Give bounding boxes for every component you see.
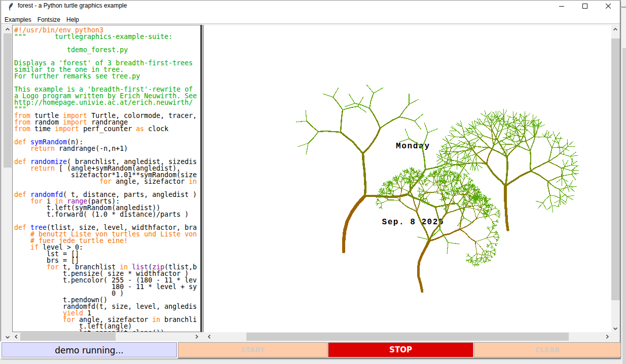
turtle-canvas[interactable]: MondaySep. 8 2025 bbox=[203, 25, 611, 332]
code-vertical-scrollbar[interactable] bbox=[4, 25, 12, 341]
canvas-hsb-right-arrow[interactable] bbox=[603, 333, 611, 341]
code-hsb-right-arrow[interactable] bbox=[193, 333, 201, 341]
desktop-background-window-edge bbox=[622, 48, 626, 364]
minimize-icon bbox=[559, 4, 564, 9]
maximize-button[interactable] bbox=[573, 1, 597, 15]
tree-2 bbox=[435, 109, 579, 230]
tree-1 bbox=[296, 85, 477, 254]
code-editor[interactable]: #!/usr/bin/env python3 """ turtlegraphic… bbox=[12, 25, 201, 332]
canvas-vsb-up-arrow[interactable] bbox=[611, 25, 619, 33]
code-hsb-thumb[interactable] bbox=[20, 333, 116, 341]
app-window: forest - a Python turtle graphics exampl… bbox=[1, 0, 620, 358]
tk-feather-icon bbox=[8, 3, 14, 11]
status-label: demo running... bbox=[2, 342, 177, 357]
code-vsb-up-arrow[interactable] bbox=[4, 25, 12, 33]
source-code: #!/usr/bin/env python3 """ turtlegraphic… bbox=[14, 27, 197, 332]
canvas-vsb-thumb[interactable] bbox=[611, 38, 620, 300]
window-title: forest - a Python turtle graphics exampl… bbox=[18, 1, 127, 15]
forest-drawing: MondaySep. 8 2025 bbox=[203, 25, 611, 332]
stop-button[interactable]: STOP bbox=[328, 342, 473, 357]
main-area: #!/usr/bin/env python3 """ turtlegraphic… bbox=[1, 24, 620, 341]
canvas-horizontal-scrollbar[interactable] bbox=[205, 333, 611, 341]
minimize-button[interactable] bbox=[550, 1, 573, 15]
menu-bar: ExamplesFontsizeHelp bbox=[1, 15, 620, 24]
code-vsb-down-arrow[interactable] bbox=[4, 333, 12, 341]
code-vsb-thumb[interactable] bbox=[4, 33, 12, 168]
canvas-hsb-thumb[interactable] bbox=[246, 333, 569, 341]
maximize-icon bbox=[582, 4, 587, 9]
start-button[interactable]: START bbox=[178, 342, 327, 357]
canvas-vsb-down-arrow[interactable] bbox=[611, 325, 619, 333]
code-hsb-left-arrow[interactable] bbox=[12, 333, 20, 341]
canvas-text-2: Sep. 8 2025 bbox=[382, 218, 444, 227]
bottom-bar: demo running... START STOP CLEAR bbox=[1, 341, 620, 358]
title-bar[interactable]: forest - a Python turtle graphics exampl… bbox=[1, 1, 620, 15]
clear-button[interactable]: CLEAR bbox=[474, 342, 621, 357]
canvas-hsb-left-arrow[interactable] bbox=[205, 333, 213, 341]
desktop-background-bottom bbox=[0, 359, 621, 364]
close-button[interactable] bbox=[597, 1, 620, 15]
code-horizontal-scrollbar[interactable] bbox=[12, 333, 201, 341]
pane-divider[interactable] bbox=[201, 25, 202, 332]
canvas-vertical-scrollbar[interactable] bbox=[611, 25, 620, 333]
desktop-background-line bbox=[621, 7, 626, 8]
tree-3 bbox=[376, 167, 501, 292]
close-icon bbox=[606, 4, 611, 9]
